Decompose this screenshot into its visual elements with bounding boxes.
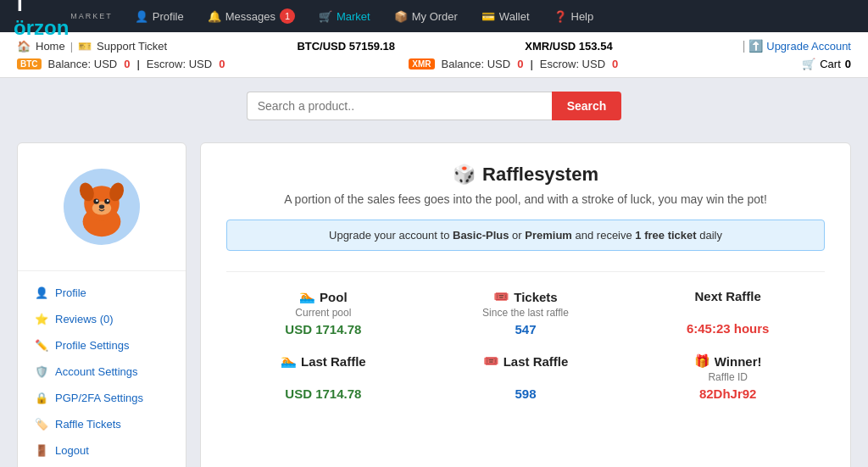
svg-point-9 [99, 205, 104, 209]
support-icon: 🎫 [78, 40, 92, 53]
btc-balance-section: BTC Balance: USD 0 | Escrow: USD 0 [17, 58, 225, 70]
stat-last-raffle-tickets: 🎟️ Last Raffle 598 [429, 353, 623, 401]
support-link[interactable]: Support Ticket [97, 40, 167, 53]
profile-icon: 👤 [135, 10, 148, 23]
nav-messages[interactable]: 🔔 Messages 1 [198, 3, 305, 29]
stat-pool: 🏊 Pool Current pool USD 1714.78 [226, 289, 420, 336]
xmr-balance-section: XMR Balance: USD 0 | Escrow: USD 0 [409, 58, 618, 70]
sidebar-item-reviews[interactable]: ⭐ Reviews (0) [18, 306, 186, 332]
pool-icon: 🏊 [299, 289, 315, 304]
cart-icon: 🛒 [802, 58, 815, 70]
help-icon: ❓ [554, 10, 567, 23]
last-raffle-tickets-icon: 🎟️ [483, 353, 499, 369]
upgrade-account-link[interactable]: Upgrade Account [766, 40, 851, 53]
stat-tickets: 🎟️ Tickets Since the last raffle 547 [429, 289, 623, 336]
sub-header: 🏠 Home | 🎫 Support Ticket BTC/USD 57159.… [0, 32, 868, 78]
wallet-icon: 💳 [481, 10, 495, 23]
avatar [64, 169, 140, 245]
raffle-subtitle: A portion of the sales fees goes into th… [226, 192, 825, 206]
sidebar-menu: 👤 Profile ⭐ Reviews (0) ✏️ Profile Setti… [18, 280, 186, 464]
upgrade-notice: Upgrade your account to Basic-Plus or Pr… [226, 220, 825, 251]
xmr-price: XMR/USD 153.54 [525, 40, 612, 53]
nav-market[interactable]: 🛒 Market [309, 5, 381, 28]
avatar-container [18, 160, 186, 253]
sidebar-item-raffle-tickets[interactable]: 🏷️ Raffle Tickets [18, 411, 186, 437]
bell-icon: 🔔 [208, 10, 221, 23]
logo-subtext: MARKET [70, 12, 113, 20]
main-content: 👤 Profile ⭐ Reviews (0) ✏️ Profile Setti… [0, 134, 868, 467]
logout-menu-icon: 🚪 [35, 444, 48, 457]
sidebar-item-profile[interactable]: 👤 Profile [18, 280, 186, 306]
sidebar: 👤 Profile ⭐ Reviews (0) ✏️ Profile Setti… [17, 142, 186, 467]
btc-price: BTC/USD 57159.18 [297, 40, 395, 53]
raffle-stats-grid: 🏊 Pool Current pool USD 1714.78 🎟️ Ticke… [226, 271, 825, 401]
order-icon: 📦 [394, 10, 408, 23]
account-settings-menu-icon: 🛡️ [35, 365, 48, 378]
nav-profile[interactable]: 👤 Profile [125, 5, 194, 28]
xmr-badge: XMR [409, 58, 434, 69]
profile-menu-icon: 👤 [35, 286, 48, 299]
sidebar-item-pgp-2fa[interactable]: 🔒 PGP/2FA Settings [18, 385, 186, 411]
search-input[interactable] [247, 92, 552, 120]
search-bar: Search [0, 78, 868, 134]
search-button[interactable]: Search [552, 92, 622, 120]
stat-last-raffle-pool: 🏊 Last Raffle USD 1714.78 [226, 353, 420, 401]
btc-badge: BTC [17, 58, 42, 69]
tickets-icon: 🎟️ [493, 289, 509, 304]
nav-wallet[interactable]: 💳 Wallet [471, 5, 540, 28]
stat-next-raffle: Next Raffle 6:45:23 hours [631, 289, 825, 336]
nav-help[interactable]: ❓ Help [543, 5, 604, 28]
messages-badge: 1 [280, 8, 295, 24]
raffle-title: 🎲 Rafflesystem [226, 164, 825, 186]
home-link[interactable]: Home [36, 40, 65, 53]
upgrade-icon: ⬆️ [748, 39, 763, 53]
pgp-menu-icon: 🔒 [35, 392, 48, 404]
sidebar-item-logout[interactable]: 🚪 Logout [18, 437, 186, 464]
raffle-menu-icon: 🏷️ [35, 418, 48, 431]
nav-my-order[interactable]: 📦 My Order [384, 5, 468, 28]
home-icon: 🏠 [17, 40, 31, 53]
svg-point-8 [107, 200, 108, 202]
sidebar-item-profile-settings[interactable]: ✏️ Profile Settings [18, 332, 186, 359]
winner-icon: 🎁 [694, 353, 710, 369]
market-icon: 🛒 [319, 10, 332, 23]
raffle-dice-icon: 🎲 [453, 164, 476, 186]
svg-point-7 [96, 200, 97, 202]
stat-winner: 🎁 Winner! Raffle ID 82DhJr92 [631, 353, 825, 401]
top-navigation: Törzon MARKET 👤 Profile 🔔 Messages 1 🛒 M… [0, 0, 868, 32]
cart-section: 🛒 Cart 0 [802, 58, 851, 70]
raffle-area: 🎲 Rafflesystem A portion of the sales fe… [200, 142, 851, 467]
profile-settings-menu-icon: ✏️ [35, 339, 48, 352]
site-logo: Törzon MARKET [14, 0, 113, 40]
sidebar-item-account-settings[interactable]: 🛡️ Account Settings [18, 359, 186, 385]
last-raffle-pool-icon: 🏊 [281, 353, 297, 369]
reviews-menu-icon: ⭐ [35, 313, 48, 325]
